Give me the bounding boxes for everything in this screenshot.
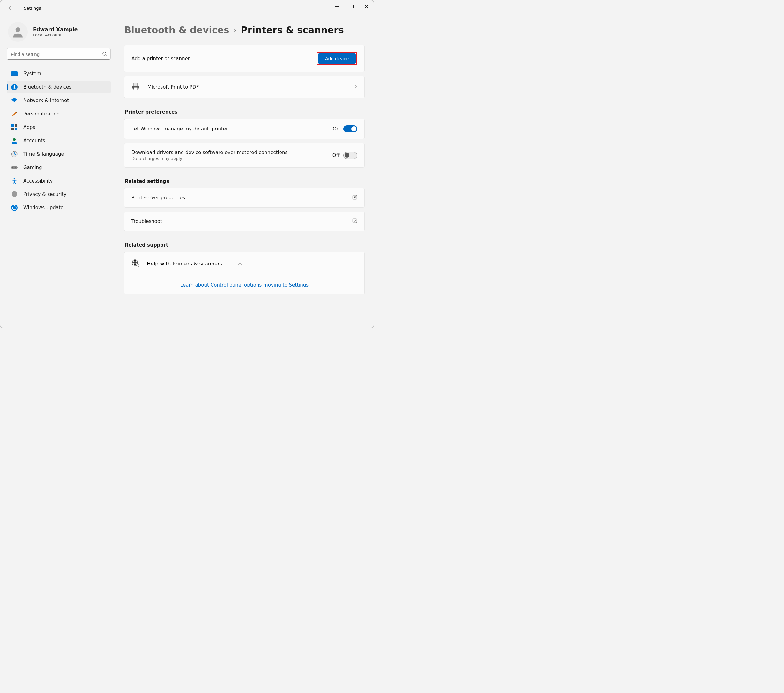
nav-accounts[interactable]: Accounts (7, 134, 111, 147)
svg-point-15 (14, 178, 15, 179)
accessibility-icon (11, 178, 18, 184)
nav-gaming[interactable]: Gaming (7, 161, 111, 174)
printer-icon (132, 82, 140, 92)
search-input[interactable] (11, 51, 102, 57)
pref-default-printer: Let Windows manage my default printer On (124, 119, 365, 139)
nav-label: Gaming (23, 165, 42, 170)
svg-point-10 (13, 138, 16, 141)
toggle-state-text: On (333, 126, 339, 132)
clock-globe-icon (11, 151, 18, 157)
printer-preferences-heading: Printer preferences (125, 109, 365, 115)
breadcrumb: Bluetooth & devices › Printers & scanner… (124, 25, 365, 35)
help-card: Help with Printers & scanners Learn abou… (124, 252, 365, 295)
svg-rect-0 (350, 5, 353, 8)
wifi-icon (11, 97, 18, 104)
account-name: Edward Xample (33, 26, 77, 33)
account-type: Local Account (33, 33, 77, 37)
svg-rect-18 (134, 83, 138, 86)
person-icon (11, 25, 25, 39)
nav-network[interactable]: Network & internet (7, 94, 111, 107)
back-button[interactable] (8, 5, 15, 12)
nav-label: System (23, 71, 41, 77)
account-icon (11, 138, 18, 144)
nav-label: Privacy & security (23, 191, 66, 197)
maximize-button[interactable] (344, 2, 359, 11)
related-settings-heading: Related settings (125, 178, 365, 184)
svg-rect-8 (12, 128, 14, 130)
account-block[interactable]: Edward Xample Local Account (7, 22, 111, 42)
row-label: Troubleshoot (132, 219, 162, 224)
svg-rect-7 (15, 124, 17, 127)
nav-privacy[interactable]: Privacy & security (7, 188, 111, 201)
svg-point-14 (15, 167, 16, 168)
printer-name: Microsoft Print to PDF (147, 84, 199, 90)
svg-rect-19 (134, 87, 138, 90)
nav-label: Personalization (23, 111, 60, 117)
printer-entry[interactable]: Microsoft Print to PDF (124, 76, 365, 98)
related-support-heading: Related support (125, 242, 365, 248)
globe-search-icon (132, 259, 139, 268)
minimize-icon (335, 5, 339, 8)
nav-label: Windows Update (23, 205, 64, 211)
open-external-icon (352, 218, 357, 225)
pref-label: Let Windows manage my default printer (132, 126, 228, 132)
help-link[interactable]: Learn about Control panel options moving… (180, 282, 308, 288)
svg-rect-9 (15, 128, 17, 130)
troubleshoot-row[interactable]: Troubleshoot (124, 212, 365, 231)
svg-rect-12 (11, 166, 18, 169)
search-box[interactable] (7, 48, 111, 60)
breadcrumb-current: Printers & scanners (240, 25, 344, 35)
shield-icon (11, 191, 18, 198)
chevron-up-icon (238, 261, 242, 267)
titlebar: Settings (0, 0, 374, 16)
display-icon (11, 71, 18, 77)
nav-list: System Bluetooth & devices Network & int… (7, 67, 111, 214)
help-header-row[interactable]: Help with Printers & scanners (124, 252, 364, 275)
add-device-button[interactable]: Add device (318, 53, 356, 64)
nav-time-language[interactable]: Time & language (7, 148, 111, 160)
open-external-icon (352, 194, 357, 201)
nav-label: Accessibility (23, 178, 53, 184)
svg-rect-6 (12, 124, 14, 127)
nav-accessibility[interactable]: Accessibility (7, 174, 111, 187)
apps-icon (11, 124, 18, 130)
gamepad-icon (11, 164, 18, 171)
maximize-icon (350, 5, 354, 8)
pref-metered-download: Download drivers and device software ove… (124, 143, 365, 168)
bluetooth-icon (11, 84, 18, 90)
chevron-right-icon (354, 84, 357, 90)
close-icon (365, 5, 368, 8)
nav-label: Apps (23, 124, 35, 130)
print-server-properties-row[interactable]: Print server properties (124, 188, 365, 208)
main-content: Bluetooth & devices › Printers & scanner… (115, 16, 374, 328)
nav-windows-update[interactable]: Windows Update (7, 201, 111, 214)
avatar (8, 22, 28, 42)
highlight-annotation: Add device (316, 52, 357, 66)
chevron-right-icon: › (234, 26, 236, 34)
nav-label: Network & internet (23, 98, 69, 104)
nav-bluetooth-devices[interactable]: Bluetooth & devices (7, 81, 111, 94)
paintbrush-icon (11, 111, 18, 117)
svg-point-23 (136, 263, 138, 266)
arrow-left-icon (9, 5, 14, 10)
svg-point-1 (16, 28, 20, 32)
close-button[interactable] (359, 2, 374, 11)
metered-download-toggle[interactable] (343, 152, 357, 159)
nav-system[interactable]: System (7, 67, 111, 80)
help-body: Learn about Control panel options moving… (124, 275, 364, 294)
nav-label: Bluetooth & devices (23, 84, 71, 90)
nav-label: Time & language (23, 151, 64, 157)
svg-point-2 (103, 52, 106, 55)
nav-apps[interactable]: Apps (7, 121, 111, 134)
help-title: Help with Printers & scanners (147, 261, 222, 267)
breadcrumb-parent[interactable]: Bluetooth & devices (124, 25, 229, 35)
minimize-button[interactable] (329, 2, 344, 11)
nav-personalization[interactable]: Personalization (7, 107, 111, 120)
add-printer-label: Add a printer or scanner (132, 56, 190, 62)
default-printer-toggle[interactable] (343, 125, 357, 132)
toggle-state-text: Off (333, 153, 339, 158)
row-label: Print server properties (132, 195, 185, 201)
svg-rect-4 (11, 75, 18, 76)
window-title: Settings (24, 6, 41, 10)
nav-label: Accounts (23, 138, 45, 143)
